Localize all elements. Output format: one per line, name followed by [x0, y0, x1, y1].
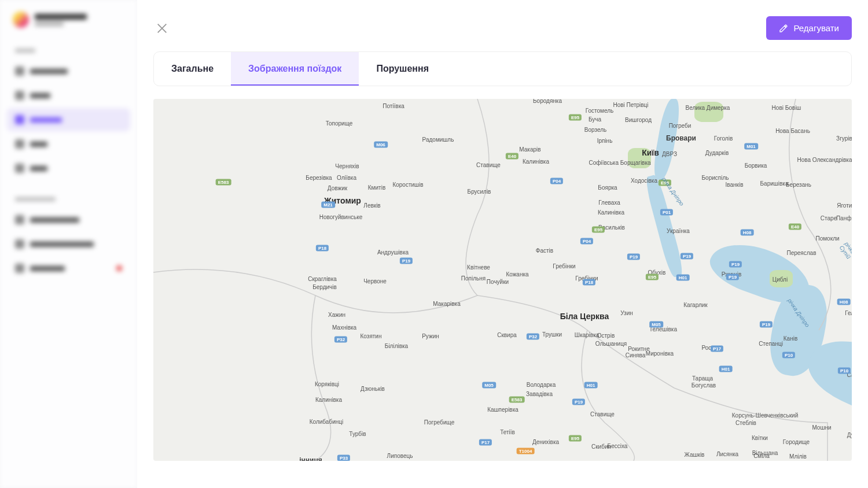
highway-marker: H08 [837, 299, 851, 305]
highway-marker: H08 [741, 230, 754, 236]
city-label: Липовець [387, 453, 413, 459]
nav-label [30, 93, 50, 98]
city-label: Дударків [705, 150, 729, 156]
city-label: Довжик [328, 185, 347, 191]
company-logo [13, 12, 29, 28]
sidebar-item-2[interactable] [7, 84, 130, 107]
city-label: Сквира [497, 332, 517, 338]
city-label: Кагарлик [683, 302, 707, 308]
city-label: Білілівка [385, 343, 408, 349]
sidebar-item-4[interactable] [7, 132, 130, 156]
city-label: Скраглівка [308, 276, 337, 282]
city-label: Радомишль [422, 136, 454, 143]
edit-button[interactable]: Редагувати [766, 16, 852, 40]
sidebar-item-7[interactable] [7, 232, 130, 256]
city-label: Ворзель [584, 127, 606, 133]
nav-label [30, 117, 62, 123]
close-button[interactable] [153, 20, 171, 37]
city-label: Баришівка [760, 180, 789, 187]
highway-marker: P19 [627, 254, 640, 260]
city-label: Острів [597, 332, 615, 339]
city-label: Коростишів [392, 182, 423, 188]
sidebar-item-6[interactable] [7, 208, 130, 231]
city-label: Топорище [326, 120, 353, 127]
city-label: Потіївка [382, 103, 404, 109]
city-label: Черняхів [335, 163, 359, 169]
city-label: Біла Церква [560, 312, 609, 321]
company-info [35, 14, 87, 26]
city-label: Ставище [590, 411, 615, 417]
nav-icon [15, 215, 24, 224]
pencil-icon [779, 24, 788, 33]
city-label: Старе [821, 215, 837, 221]
city-label: Бориспіль [702, 175, 729, 181]
city-label: Володарка [527, 382, 556, 388]
city-label: Млілів [789, 453, 807, 460]
modal-header: Редагувати [153, 16, 852, 40]
nav-label [30, 217, 79, 223]
city-label: Гостомель [586, 108, 614, 114]
river-label: річка Супій [838, 241, 852, 260]
city-label: Дубіївка [847, 432, 852, 438]
city-label: Бессіха [608, 443, 628, 449]
nav-icon [15, 115, 24, 124]
tabs: Загальне Зображення поїздок Порушення [153, 51, 852, 86]
tab-trip-images[interactable]: Зображення поїздок [231, 52, 359, 86]
city-label: Богуслав [692, 382, 716, 389]
sidebar-item-3[interactable] [7, 108, 130, 131]
city-label: Гоголів [714, 135, 733, 142]
highway-marker: P17 [479, 439, 492, 446]
river [651, 99, 683, 180]
city-label: Стеблів [735, 420, 756, 426]
close-icon [156, 22, 168, 35]
city-label: Глеваха [598, 199, 620, 206]
city-label: Гельм'язів [845, 310, 852, 316]
park [694, 102, 723, 122]
city-label: Скибин [591, 443, 611, 450]
tab-general[interactable]: Загальне [154, 52, 231, 86]
highway-marker: P19 [729, 261, 742, 268]
city-label: Синява [626, 352, 646, 358]
section-label [15, 49, 35, 53]
city-label: Борвика [745, 162, 767, 169]
company-selector[interactable] [7, 8, 130, 31]
city-label: Узин [620, 310, 632, 316]
sidebar-item-8[interactable] [7, 257, 130, 280]
highway-marker: M05 [649, 321, 663, 328]
city-label: Левків [363, 202, 380, 209]
city-label: Козятин [361, 333, 382, 339]
highway-marker: E95 [569, 114, 582, 121]
highway-marker: M01 [744, 143, 758, 150]
city-label: Кмитів [368, 184, 385, 191]
highway-marker: P04 [550, 178, 563, 184]
sidebar-item-1[interactable] [7, 60, 130, 83]
nav-label [30, 69, 68, 74]
map[interactable]: КиївЖитомирБіла ЦеркваЧеркасиБровариінни… [153, 99, 852, 461]
city-label: Брусилів [468, 188, 491, 195]
city-label: Погребище [424, 419, 454, 426]
nav-label [30, 142, 47, 147]
city-label: Вільшана [752, 450, 778, 456]
city-label: Махнівка [332, 324, 356, 331]
sidebar-item-5[interactable] [7, 157, 130, 180]
city-label: Ольшаниця [595, 341, 627, 347]
highway-marker: P10 [782, 352, 795, 358]
highway-marker: P33 [337, 455, 350, 461]
city-label: Шкарівка [575, 332, 599, 338]
section-label-2 [15, 197, 56, 201]
highway-marker: H01 [584, 382, 598, 389]
modal-panel: Редагувати Загальне Зображення поїздок П… [137, 0, 868, 488]
park [770, 270, 793, 287]
city-label: Денихівка [532, 439, 559, 445]
city-label: Березань [786, 182, 811, 188]
city-label: Вишгород [625, 117, 652, 123]
tab-violations[interactable]: Порушення [359, 52, 446, 86]
city-label: Квітки [752, 435, 768, 441]
city-label: Ставище [476, 162, 501, 168]
highway-marker: E583 [509, 397, 525, 403]
highway-marker: P19 [400, 258, 413, 264]
city-label: Завадівка [526, 391, 553, 397]
city-label: Фастів [536, 247, 553, 254]
nav-icon [15, 66, 24, 76]
nav-icon [15, 239, 24, 249]
